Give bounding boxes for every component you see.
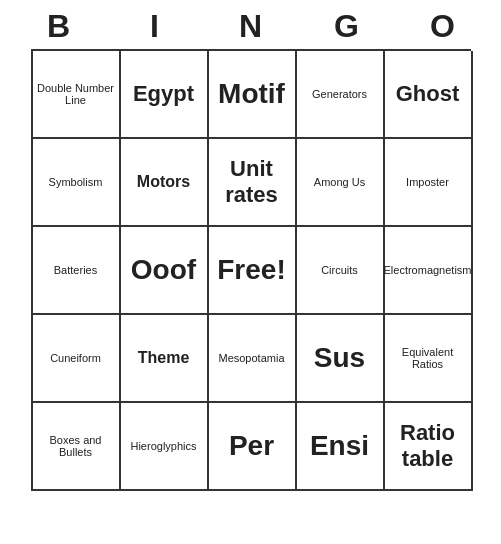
bingo-cell-7: Unit rates (209, 139, 297, 227)
bingo-cell-14: Electromagnetism (385, 227, 473, 315)
bingo-cell-2: Motif (209, 51, 297, 139)
header-letter-I: I (111, 8, 199, 45)
bingo-grid: Double Number LineEgyptMotifGeneratorsGh… (31, 49, 471, 491)
bingo-cell-1: Egypt (121, 51, 209, 139)
bingo-cell-3: Generators (297, 51, 385, 139)
bingo-cell-17: Mesopotamia (209, 315, 297, 403)
bingo-cell-15: Cuneiform (33, 315, 121, 403)
header-letter-N: N (207, 8, 295, 45)
bingo-cell-12: Free! (209, 227, 297, 315)
bingo-cell-6: Motors (121, 139, 209, 227)
header-letter-G: G (303, 8, 391, 45)
bingo-cell-16: Theme (121, 315, 209, 403)
bingo-cell-23: Ensi (297, 403, 385, 491)
bingo-cell-8: Among Us (297, 139, 385, 227)
header-letter-O: O (399, 8, 487, 45)
bingo-cell-10: Batteries (33, 227, 121, 315)
bingo-cell-13: Circuits (297, 227, 385, 315)
bingo-cell-0: Double Number Line (33, 51, 121, 139)
bingo-cell-19: Equivalent Ratios (385, 315, 473, 403)
bingo-cell-18: Sus (297, 315, 385, 403)
header-letter-B: B (15, 8, 103, 45)
bingo-cell-24: Ratio table (385, 403, 473, 491)
bingo-header: BINGO (11, 0, 491, 49)
bingo-cell-5: Symbolism (33, 139, 121, 227)
bingo-cell-11: Ooof (121, 227, 209, 315)
bingo-cell-20: Boxes and Bullets (33, 403, 121, 491)
bingo-cell-21: Hieroglyphics (121, 403, 209, 491)
bingo-cell-22: Per (209, 403, 297, 491)
bingo-cell-4: Ghost (385, 51, 473, 139)
bingo-cell-9: Imposter (385, 139, 473, 227)
